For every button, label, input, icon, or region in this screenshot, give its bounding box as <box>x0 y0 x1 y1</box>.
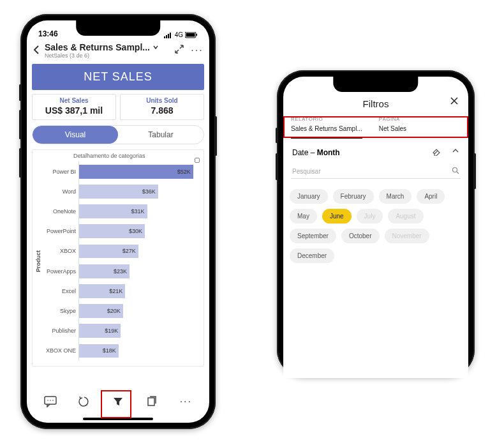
tab-scope-label: RELATÓRIO <box>291 116 362 122</box>
battery-icon <box>185 32 198 38</box>
bar-row[interactable]: $27K <box>79 241 200 261</box>
filter-pill-march[interactable]: March <box>379 189 412 204</box>
y-axis-label: Product <box>35 162 44 361</box>
svg-rect-3 <box>170 33 171 38</box>
kpi-row: Net Sales US$ 387,1 mil Units Sold 7.868 <box>32 94 204 120</box>
back-button[interactable] <box>32 43 41 58</box>
filter-field-name: Date – Month <box>292 148 340 157</box>
comments-button[interactable] <box>42 393 59 410</box>
status-time: 13:46 <box>38 29 58 38</box>
bar-value-label: $19K <box>105 328 118 334</box>
bar-value-label: $27K <box>122 248 136 254</box>
category-labels: Power BIWordOneNotePowerPointXBOXPowerAp… <box>44 162 78 361</box>
bar-row[interactable]: $21K <box>79 281 200 301</box>
bar-row[interactable]: $18K <box>79 341 200 361</box>
home-indicator[interactable] <box>83 418 153 420</box>
bar: $52K <box>79 165 193 179</box>
chart-panel[interactable]: Detalhamento de categorias Product Power… <box>32 149 204 367</box>
filter-pill-january[interactable]: January <box>290 189 328 204</box>
network-type: 4G <box>175 31 183 38</box>
filter-search-input[interactable]: Pesquisar <box>291 164 461 179</box>
bar-row[interactable]: $52K <box>79 162 200 181</box>
phone-frame-left: 13:46 4G Sales & Returns Sampl... NetSal… <box>20 14 216 429</box>
filter-pill-july: July <box>357 209 383 224</box>
category-label: Skype <box>44 301 78 321</box>
nav-bar: Sales & Returns Sampl... NetSales (3 de … <box>27 40 209 59</box>
bar-row[interactable]: $20K <box>79 301 200 321</box>
bar-value-label: $36K <box>142 188 156 195</box>
kpi-value: 7.868 <box>121 105 204 116</box>
phone-screen-left: 13:46 4G Sales & Returns Sampl... NetSal… <box>27 20 209 423</box>
tab-scope-value: Sales & Returns Sampl... <box>291 125 362 132</box>
close-button[interactable] <box>449 96 459 109</box>
category-label: XBOX <box>44 241 78 261</box>
category-label: Word <box>44 181 78 201</box>
search-placeholder: Pesquisar <box>292 168 452 175</box>
bar: $19K <box>79 324 121 338</box>
category-label: PowerPoint <box>44 222 78 241</box>
bar: $18K <box>79 344 119 358</box>
reset-button[interactable] <box>76 393 93 410</box>
svg-point-9 <box>50 400 51 401</box>
bar: $27K <box>79 245 138 259</box>
bar: $23K <box>79 264 130 278</box>
filter-button[interactable] <box>110 393 126 410</box>
svg-point-10 <box>52 400 54 401</box>
eraser-icon[interactable] <box>433 147 441 158</box>
tab-pagina[interactable]: PÁGINA Net Sales <box>379 116 406 139</box>
chevron-up-icon[interactable] <box>452 147 459 158</box>
filter-pill-may[interactable]: May <box>290 209 317 224</box>
kpi-value: US$ 387,1 mil <box>33 105 115 116</box>
view-tabs: Visual Tabular <box>32 125 204 144</box>
report-title: Sales & Returns Sampl... <box>45 42 150 52</box>
svg-rect-6 <box>196 34 198 36</box>
filter-pill-october[interactable]: October <box>341 229 380 243</box>
bar-row[interactable]: $31K <box>79 201 200 221</box>
bar-value-label: $31K <box>131 208 144 215</box>
category-label: XBOX ONE <box>44 341 78 361</box>
expand-button[interactable] <box>172 43 186 57</box>
bar-row[interactable]: $36K <box>79 181 200 201</box>
page-title-banner: NET SALES <box>32 64 204 90</box>
kpi-card-net-sales[interactable]: Net Sales US$ 387,1 mil <box>32 94 116 120</box>
filter-field-header[interactable]: Date – Month <box>283 139 468 162</box>
svg-rect-11 <box>148 398 154 405</box>
chart-title: Detalhamento de categorias <box>35 153 200 159</box>
bar: $31K <box>79 204 147 218</box>
phone-screen-right: Filtros RELATÓRIO Sales & Returns Sampl.… <box>283 77 468 378</box>
tab-relatorio[interactable]: RELATÓRIO Sales & Returns Sampl... <box>291 116 362 139</box>
kpi-card-units-sold[interactable]: Units Sold 7.868 <box>120 94 204 120</box>
pages-button[interactable] <box>144 393 160 410</box>
filter-scope-tabs: RELATÓRIO Sales & Returns Sampl... PÁGIN… <box>283 111 468 139</box>
tab-tabular[interactable]: Tabular <box>118 126 204 144</box>
bar: $20K <box>79 304 123 318</box>
filter-pill-june[interactable]: June <box>322 209 352 224</box>
svg-rect-1 <box>166 35 167 38</box>
notch <box>333 77 418 92</box>
bar-value-label: $30K <box>129 228 142 234</box>
category-label: PowerApps <box>44 261 78 281</box>
filter-pill-april[interactable]: April <box>417 189 445 204</box>
bar-row[interactable]: $30K <box>79 222 200 241</box>
filter-pill-february[interactable]: February <box>333 189 374 204</box>
bar-row[interactable]: $19K <box>79 321 200 341</box>
status-indicators: 4G <box>164 31 198 38</box>
report-title-block[interactable]: Sales & Returns Sampl... NetSales (3 de … <box>45 42 168 59</box>
filters-title: Filtros <box>363 98 389 109</box>
more-toolbar-button[interactable]: ··· <box>177 393 194 410</box>
signal-icon <box>164 32 173 38</box>
notch <box>76 20 160 36</box>
filter-values: JanuaryFebruaryMarchAprilMayJuneJulyAugu… <box>283 185 468 267</box>
tab-visual[interactable]: Visual <box>33 126 118 144</box>
category-label: Excel <box>44 281 78 301</box>
bar: $30K <box>79 224 145 238</box>
svg-rect-0 <box>164 36 165 38</box>
filter-pill-december[interactable]: December <box>290 248 334 263</box>
more-button[interactable]: ··· <box>190 45 204 56</box>
svg-rect-5 <box>186 33 195 36</box>
bar: $21K <box>79 284 125 298</box>
filter-pill-september[interactable]: September <box>290 229 336 243</box>
svg-point-12 <box>453 168 457 172</box>
bars-area: $52K$36K$31K$30K$27K$23K$21K$20K$19K$18K <box>78 162 200 361</box>
bar-row[interactable]: $23K <box>79 261 200 281</box>
